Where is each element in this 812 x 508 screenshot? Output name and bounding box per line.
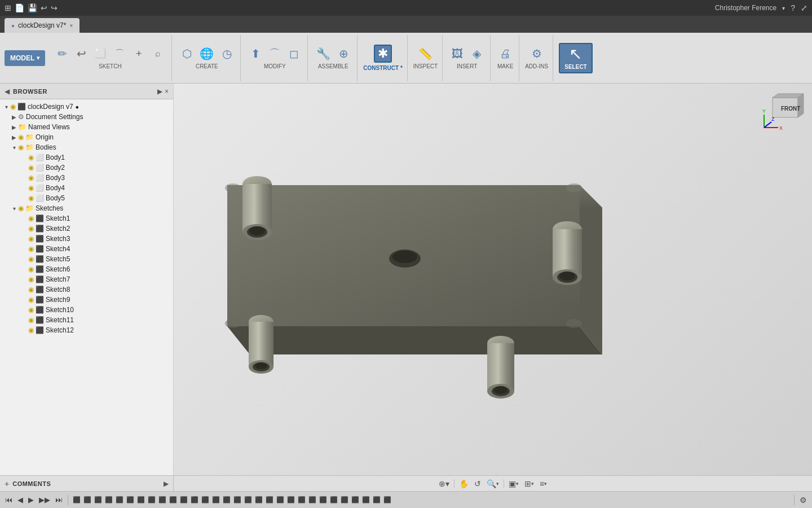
- tree-item-sketch9[interactable]: ◉ ⬛ Sketch9: [0, 295, 173, 305]
- insert-svg-button[interactable]: ◈: [467, 46, 486, 61]
- comments-expand-button[interactable]: ▶: [164, 480, 169, 488]
- body2-visibility-icon[interactable]: ◉: [28, 164, 34, 172]
- timeline-step-7[interactable]: ⬛: [136, 495, 146, 505]
- root-status-icon[interactable]: ●: [76, 104, 79, 110]
- sketch-create-button[interactable]: ✏: [53, 46, 71, 61]
- sketches-expander-icon[interactable]: ▾: [10, 205, 18, 212]
- tree-item-named-views[interactable]: ▶ 📁 Named Views: [0, 122, 173, 132]
- undo-button[interactable]: ↩: [41, 3, 47, 12]
- timeline-step-15[interactable]: ⬛: [222, 495, 232, 505]
- orbit-button[interactable]: ↺: [473, 478, 482, 489]
- timeline-step-28[interactable]: ⬛: [361, 495, 371, 505]
- browser-close-button[interactable]: ×: [165, 87, 169, 95]
- press-pull-button[interactable]: ⬆: [246, 46, 264, 61]
- bodies-expander-icon[interactable]: ▾: [10, 144, 18, 151]
- prev-frame-button[interactable]: ◀: [16, 494, 25, 505]
- timeline-step-12[interactable]: ⬛: [189, 495, 200, 505]
- sketch4-visibility-icon[interactable]: ◉: [28, 245, 34, 253]
- timeline-step-21[interactable]: ⬛: [286, 495, 296, 505]
- timeline-step-17[interactable]: ⬛: [243, 495, 253, 505]
- tree-item-origin[interactable]: ▶ ◉ 📁 Origin: [0, 132, 173, 142]
- origin-expander-icon[interactable]: ▶: [10, 134, 18, 141]
- named-views-expander-icon[interactable]: ▶: [10, 124, 18, 130]
- tree-item-sketch6[interactable]: ◉ ⬛ Sketch6: [0, 264, 173, 274]
- timeline-step-5[interactable]: ⬛: [114, 495, 125, 505]
- joint-button[interactable]: ⊕: [334, 46, 352, 61]
- sketch1-visibility-icon[interactable]: ◉: [28, 214, 34, 222]
- sketch8-visibility-icon[interactable]: ◉: [28, 286, 34, 294]
- tree-item-sketches[interactable]: ▾ ◉ 📁 Sketches: [0, 203, 173, 213]
- root-expander-icon[interactable]: ▾: [2, 104, 10, 110]
- snap-settings-button[interactable]: ⊕▾: [438, 478, 451, 489]
- timeline-step-8[interactable]: ⬛: [147, 495, 157, 505]
- construct-button[interactable]: ✱: [374, 45, 392, 63]
- timeline-step-2[interactable]: ⬛: [82, 495, 92, 505]
- more-options-button[interactable]: ≡▾: [539, 478, 548, 489]
- tree-item-sketch7[interactable]: ◉ ⬛ Sketch7: [0, 274, 173, 284]
- timeline-step-11[interactable]: ⬛: [179, 495, 189, 505]
- timeline-step-23[interactable]: ⬛: [307, 495, 317, 505]
- tree-item-body5[interactable]: ◉ ⬜ Body5: [0, 193, 173, 203]
- 3d-print-button[interactable]: 🖨: [496, 46, 514, 61]
- tree-item-body3[interactable]: ◉ ⬜ Body3: [0, 173, 173, 183]
- model-menu-button[interactable]: MODEL ▾: [5, 50, 45, 66]
- redo-button[interactable]: ↪: [51, 3, 58, 12]
- timeline-step-20[interactable]: ⬛: [275, 495, 285, 505]
- timeline-step-18[interactable]: ⬛: [254, 495, 264, 505]
- timeline-step-29[interactable]: ⬛: [372, 495, 382, 505]
- timeline-step-13[interactable]: ⬛: [200, 495, 210, 505]
- user-name[interactable]: Christopher Ference: [715, 4, 776, 12]
- sketch-tool3-button[interactable]: +: [130, 47, 148, 60]
- scripts-button[interactable]: ⚙: [528, 46, 546, 61]
- zoom-button[interactable]: 🔍▾: [486, 478, 500, 489]
- pan-button[interactable]: ✋: [458, 478, 470, 489]
- timeline-step-14[interactable]: ⬛: [211, 495, 221, 505]
- display-mode-button[interactable]: ▣▾: [508, 478, 520, 489]
- last-frame-button[interactable]: ⏭: [54, 494, 64, 505]
- timeline-step-4[interactable]: ⬛: [104, 495, 114, 505]
- timeline-step-1[interactable]: ⬛: [72, 495, 82, 505]
- timeline-step-27[interactable]: ⬛: [350, 495, 360, 505]
- timeline-step-6[interactable]: ⬛: [125, 495, 135, 505]
- sketch-tool2-button[interactable]: ⌒: [111, 47, 129, 60]
- document-tab[interactable]: ● clockDesign v7* ×: [5, 18, 80, 33]
- body3-visibility-icon[interactable]: ◉: [28, 174, 34, 182]
- tree-item-bodies[interactable]: ▾ ◉ 📁 Bodies: [0, 142, 173, 152]
- sketch5-visibility-icon[interactable]: ◉: [28, 255, 34, 263]
- axis-indicator[interactable]: FRONT X Y Z: [761, 89, 806, 134]
- revolve-button[interactable]: 🌐: [197, 46, 217, 61]
- viewport[interactable]: FRONT X Y Z: [174, 84, 812, 475]
- tree-item-sketch11[interactable]: ◉ ⬛ Sketch11: [0, 315, 173, 325]
- timeline-step-25[interactable]: ⬛: [329, 495, 339, 505]
- comments-add-button[interactable]: +: [5, 479, 9, 488]
- grid-button[interactable]: ⊞▾: [523, 478, 535, 489]
- settings-button[interactable]: ⚙: [798, 494, 809, 506]
- insert-image-button[interactable]: 🖼: [448, 46, 466, 61]
- timeline-step-26[interactable]: ⬛: [339, 495, 350, 505]
- timeline-step-22[interactable]: ⬛: [297, 495, 307, 505]
- help-button[interactable]: ?: [791, 3, 795, 12]
- timeline-step-30[interactable]: ⬛: [382, 495, 392, 505]
- timeline-step-10[interactable]: ⬛: [168, 495, 178, 505]
- body1-visibility-icon[interactable]: ◉: [28, 154, 34, 161]
- sketch2-visibility-icon[interactable]: ◉: [28, 225, 34, 233]
- tree-item-sketch4[interactable]: ◉ ⬛ Sketch4: [0, 244, 173, 254]
- finish-sketch-button[interactable]: ↩: [72, 46, 90, 61]
- timeline-step-19[interactable]: ⬛: [264, 495, 275, 505]
- timeline-step-9[interactable]: ⬛: [157, 495, 167, 505]
- tree-item-sketch10[interactable]: ◉ ⬛ Sketch10: [0, 305, 173, 315]
- origin-visibility-icon[interactable]: ◉: [18, 133, 24, 141]
- tree-item-sketch12[interactable]: ◉ ⬛ Sketch12: [0, 325, 173, 335]
- timeline-step-16[interactable]: ⬛: [232, 495, 242, 505]
- sketch3-visibility-icon[interactable]: ◉: [28, 235, 34, 243]
- file-icon[interactable]: 📄: [15, 3, 24, 12]
- play-button[interactable]: ▶: [27, 494, 36, 505]
- timeline-step-24[interactable]: ⬛: [318, 495, 328, 505]
- timeline-step-3[interactable]: ⬛: [93, 495, 103, 505]
- tree-item-sketch3[interactable]: ◉ ⬛ Sketch3: [0, 234, 173, 244]
- browser-collapse-icon[interactable]: ◀: [5, 87, 10, 95]
- extrude-button[interactable]: ⬡: [178, 46, 196, 61]
- sketches-visibility-icon[interactable]: ◉: [18, 204, 24, 212]
- tree-item-document-settings[interactable]: ▶ ⚙ Document Settings: [0, 112, 173, 122]
- bodies-visibility-icon[interactable]: ◉: [18, 143, 24, 151]
